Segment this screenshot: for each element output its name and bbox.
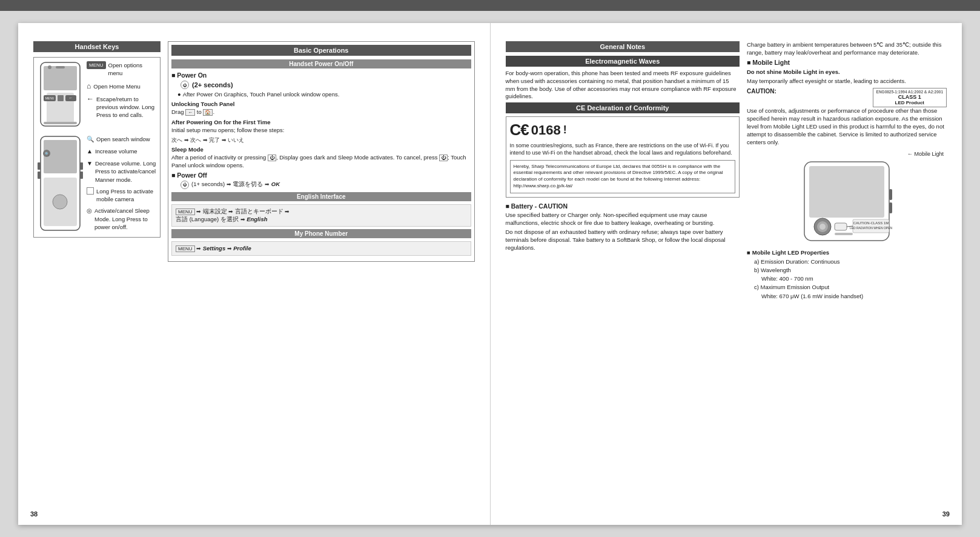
key-item-search: 🔍 Open search window	[87, 135, 156, 144]
battery-text1: Use specified battery or Charger only. N…	[506, 212, 740, 227]
ce-mark: C€ 0168 !	[510, 121, 736, 139]
ce-number: 0168	[531, 122, 561, 138]
class-led-line1: CLASS 1	[876, 94, 943, 100]
led-prop-c: c) Maximum Emission Output	[747, 283, 947, 292]
key-text-back: Escape/return to previous window. Long P…	[96, 95, 156, 119]
svg-rect-22	[809, 166, 884, 218]
key-text-home: Open Home Menu	[93, 82, 141, 90]
after-power-steps: 次へ ➡ 次へ ➡ 完了 ➡ いいえ	[171, 136, 471, 144]
svg-point-20	[53, 195, 67, 209]
svg-text:CAUTION-CLASS 1M: CAUTION-CLASS 1M	[853, 221, 889, 225]
key-item-camera: Long Press to activate mobile camera	[87, 187, 156, 204]
power-on-off-subheader: Handset Power On/Off	[171, 59, 471, 68]
power-on-seconds: (2+ seconds)	[192, 81, 233, 88]
key-text-power: Activate/cancel Sleep Mode. Long Press t…	[94, 207, 156, 231]
page-left: Handset Keys	[18, 23, 491, 525]
english-interface-subheader: English Interface	[171, 192, 471, 201]
my-phone-subheader: My Phone Number	[171, 229, 471, 238]
key-item-power: ◎ Activate/cancel Sleep Mode. Long Press…	[87, 207, 156, 231]
led-properties-title: Mobile Light LED Properties	[747, 248, 947, 257]
svg-point-3	[48, 65, 51, 69]
power-on-icon: ⏻	[180, 81, 189, 89]
class-led-line2: LED Product	[876, 100, 943, 105]
led-prop-b2: White: 400 - 700 nm	[747, 275, 947, 283]
key-text-camera: Long Press to activate mobile camera	[96, 187, 156, 204]
svg-text:LED RADIATION WHEN OPEN: LED RADIATION WHEN OPEN	[850, 226, 893, 230]
power-off-label: Power Off	[171, 172, 471, 179]
phone-diagram-top: MENU ←	[38, 61, 83, 128]
class-led-badge-container: ENG0825-1:1994 A1:2002 & A2:2001 CLASS 1…	[873, 88, 947, 107]
led-prop-c2: White: 670 μW (1.6 mW inside handset)	[747, 292, 947, 301]
phone-diagram-bottom: 🔍	[38, 135, 83, 232]
key-text-menu: Open options menu	[108, 61, 156, 78]
em-waves-text: For body-worn operation, this phone has …	[506, 70, 740, 101]
svg-rect-8	[58, 95, 64, 101]
sleep-mode-title: Sleep Mode	[171, 146, 471, 153]
key-text-vol-down: Decrease volume. Long Press to activate/…	[95, 159, 156, 184]
key-item-menu: MENU Open options menu	[87, 61, 156, 78]
svg-rect-12	[44, 140, 77, 173]
top-bar	[0, 0, 980, 11]
svg-rect-29	[889, 202, 892, 213]
caution-label: ENG0825-1:1994 A1:2002 & A2:2001 CLASS 1…	[747, 88, 947, 95]
battery-text2: Do not dispose of an exhausted battery w…	[506, 228, 740, 252]
svg-text:🔍: 🔍	[45, 152, 50, 156]
power-off-steps: (1+ seconds) ➡ 電源を切る ➡ OK	[191, 181, 280, 188]
mobile-light-diagram: CAUTION-CLASS 1M LED RADIATION WHEN OPEN	[786, 159, 907, 244]
unlock-text: Drag ← to 🏠.	[171, 108, 471, 116]
key-item-vol-up: ▲ Increase volume	[87, 147, 156, 156]
page-right: General Notes Electromagnetic Waves For …	[491, 23, 962, 525]
svg-rect-27	[835, 233, 853, 235]
key-item-home: ⌂ Open Home Menu	[87, 82, 156, 90]
ce-declaration-box: C€ 0168 ! In some countries/regions, suc…	[506, 116, 740, 198]
svg-point-25	[819, 224, 826, 230]
led-prop-b: b) Wavelength	[747, 266, 947, 275]
page-spread: Handset Keys	[18, 23, 962, 525]
unlock-title: Unlocking Touch Panel	[171, 101, 471, 107]
key-item-back: ← Escape/return to previous window. Long…	[87, 95, 156, 119]
english-interface-box: MENU ➡ 端末設定 ➡ 言語とキーボード ➡ 言語 (Language) を…	[171, 204, 471, 227]
page-number-right: 39	[942, 510, 950, 518]
charge-text: Charge battery in ambient temperatures b…	[747, 41, 947, 57]
caution-body: Use of controls, adjustments or performa…	[747, 107, 947, 146]
svg-rect-4	[56, 66, 65, 68]
after-power-title: After Powering On for the First Time	[171, 119, 471, 125]
my-phone-box: MENU ➡ Settings ➡ Profile	[171, 241, 471, 256]
hereby-box: Hereby, Sharp Telecommunications of Euro…	[510, 160, 736, 193]
general-notes-header: General Notes	[506, 41, 740, 52]
svg-rect-14	[38, 172, 41, 179]
led-prop-a: a) Emission Duration: Continuous	[747, 258, 947, 266]
svg-rect-5	[44, 122, 77, 124]
handset-keys-title: Handset Keys	[33, 41, 161, 52]
basic-ops-header: Basic Operations	[171, 45, 471, 56]
menu-icon: MENU	[87, 61, 106, 69]
power-off-icon: ⏻	[180, 181, 189, 189]
svg-rect-15	[80, 162, 83, 170]
power-on-bullet: After Power On Graphics, Touch Panel unl…	[171, 91, 471, 98]
key-text-search: Open search window	[96, 135, 150, 143]
power-on-label: Power On	[171, 72, 471, 79]
content-area: Handset Keys	[0, 11, 980, 537]
page-number-left: 38	[30, 510, 38, 518]
svg-rect-28	[889, 189, 892, 200]
ce-declaration-header: CE Declaration of Conformity	[506, 102, 740, 113]
class-led-top: ENG0825-1:1994 A1:2002 & A2:2001	[876, 90, 943, 94]
svg-rect-26	[835, 223, 847, 230]
mobile-light-text: May temporarily affect eyesight or start…	[747, 78, 947, 85]
my-phone-steps: MENU ➡ Settings ➡ Profile	[176, 244, 467, 253]
key-text-vol-up: Increase volume	[95, 147, 137, 155]
svg-rect-16	[80, 172, 83, 179]
ce-small-text: In some countries/regions, such as Franc…	[510, 142, 736, 156]
svg-rect-13	[38, 162, 41, 170]
svg-rect-1	[44, 66, 77, 90]
key-item-vol-down: ▼ Decrease volume. Long Press to activat…	[87, 159, 156, 184]
sleep-text: After a period of inactivity or pressing…	[171, 154, 471, 170]
mobile-light-title: Mobile Light	[747, 59, 947, 66]
mobile-light-diagram-label: ← Mobile Light	[747, 151, 947, 157]
mobile-light-subtitle: Do not shine Mobile Light in eyes.	[747, 68, 947, 76]
svg-text:←: ←	[69, 96, 73, 100]
svg-text:MENU: MENU	[45, 96, 55, 100]
after-power-text: Initial setup menu opens; follow these s…	[171, 127, 471, 135]
english-steps1: MENU ➡ 端末設定 ➡ 言語とキーボード ➡	[176, 207, 467, 216]
page-container: Handset Keys	[0, 0, 980, 537]
